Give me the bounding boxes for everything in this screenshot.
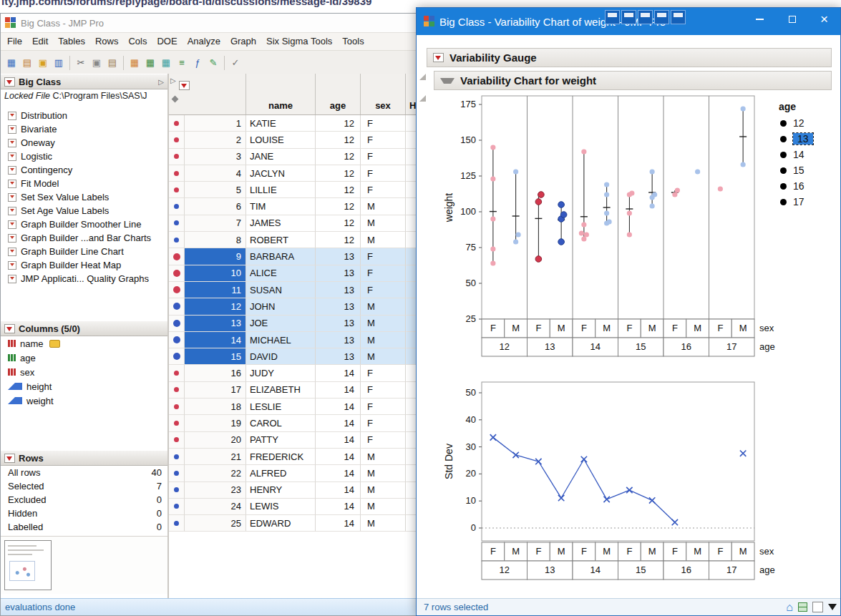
cell-age[interactable]: 13 <box>316 248 361 265</box>
cell-name[interactable]: JOHN <box>246 298 316 315</box>
floating-button-4[interactable] <box>654 10 669 24</box>
cell-age[interactable]: 12 <box>316 198 361 215</box>
row-state-cell[interactable] <box>169 232 185 248</box>
close-button[interactable]: × <box>808 8 840 31</box>
row-state-cell[interactable] <box>169 115 185 132</box>
cell-name[interactable]: PATTY <box>246 432 316 449</box>
table-row[interactable]: 12JOHN13M <box>169 298 423 315</box>
row-state-cell[interactable] <box>169 149 185 165</box>
red-triangle-menu-icon[interactable] <box>4 454 15 463</box>
cell-age[interactable]: 14 <box>316 399 361 415</box>
table-row[interactable]: 9BARBARA13F <box>169 248 423 265</box>
data-point[interactable] <box>604 210 609 215</box>
table-row[interactable]: 11SUSAN13F <box>169 282 423 298</box>
script-item-jmp-applicati-quality-graphs[interactable]: JMP Applicati... Quality Graphs <box>1 272 167 285</box>
cell-sex[interactable]: M <box>361 515 406 532</box>
cell-name[interactable]: LILLIE <box>246 182 316 198</box>
floating-button-1[interactable] <box>605 10 620 24</box>
table-row[interactable]: 7JAMES12M <box>169 215 423 232</box>
row-state-cell[interactable] <box>169 449 185 465</box>
row-number-cell[interactable]: 7 <box>185 215 246 232</box>
row-state-cell[interactable] <box>169 515 185 532</box>
data-point[interactable] <box>538 192 545 198</box>
script-item-fit-model[interactable]: Fit Model <box>1 177 167 190</box>
row-state-cell[interactable] <box>169 499 185 515</box>
table-row[interactable]: 1KATIE12F <box>169 115 423 132</box>
rows-menu-icon[interactable] <box>179 81 190 90</box>
data-point[interactable] <box>490 260 495 265</box>
cut-icon[interactable]: ✂ <box>74 56 88 70</box>
row-number-cell[interactable]: 1 <box>185 115 246 132</box>
row-state-cell[interactable] <box>169 348 185 365</box>
cell-age[interactable]: 13 <box>316 282 361 298</box>
cell-sex[interactable]: F <box>361 165 406 182</box>
script-item-graph-builder-and-bar-charts[interactable]: Graph Builder ...and Bar Charts <box>1 231 167 245</box>
summary-table-icon[interactable]: ▦ <box>143 56 157 70</box>
cell-age[interactable]: 13 <box>316 332 361 348</box>
cell-age[interactable]: 12 <box>316 132 361 148</box>
legend-item-15[interactable]: 15 <box>777 162 839 178</box>
cell-name[interactable]: JUDY <box>246 365 316 381</box>
menu-tools[interactable]: Tools <box>337 33 369 50</box>
column-item-name[interactable]: name <box>1 336 167 351</box>
grid-corner-cell[interactable]: ▷ <box>169 74 246 114</box>
row-number-cell[interactable]: 24 <box>185 499 246 515</box>
cell-sex[interactable]: F <box>361 115 406 132</box>
cell-sex[interactable]: M <box>361 198 406 215</box>
data-point[interactable] <box>560 212 567 218</box>
table-row[interactable]: 17ELIZABETH14F <box>169 382 423 399</box>
cell-sex[interactable]: M <box>361 316 406 332</box>
row-number-cell[interactable]: 21 <box>185 449 246 465</box>
row-state-cell[interactable] <box>169 332 185 348</box>
data-point[interactable] <box>741 162 746 167</box>
row-state-cell[interactable] <box>169 198 185 215</box>
data-point[interactable] <box>672 192 677 197</box>
cell-sex[interactable]: M <box>361 499 406 515</box>
row-state-cell[interactable] <box>169 316 185 332</box>
cell-sex[interactable]: M <box>361 232 406 248</box>
row-state-cell[interactable] <box>169 399 185 415</box>
table-row[interactable]: 8ROBERT12M <box>169 232 423 248</box>
table-row[interactable]: 19CAROL14F <box>169 415 423 431</box>
columns-panel-header[interactable]: Columns (5/0) <box>1 321 167 336</box>
collapse-triangle-icon[interactable] <box>419 74 426 80</box>
row-number-cell[interactable]: 20 <box>185 432 246 449</box>
cell-sex[interactable]: F <box>361 182 406 198</box>
row-number-cell[interactable]: 10 <box>185 265 246 282</box>
row-state-cell[interactable] <box>169 465 185 481</box>
cell-name[interactable]: BARBARA <box>246 248 316 265</box>
cell-age[interactable]: 14 <box>316 432 361 449</box>
row-number-cell[interactable]: 9 <box>185 248 246 265</box>
new-data-table-icon[interactable]: ▦ <box>4 56 19 70</box>
cell-name[interactable]: ROBERT <box>246 232 316 248</box>
table-row[interactable]: 21FREDERICK14M <box>169 449 423 465</box>
data-point[interactable] <box>490 145 495 150</box>
paste-icon[interactable]: ▤ <box>105 56 120 70</box>
menu-tables[interactable]: Tables <box>53 33 90 50</box>
cell-name[interactable]: EDWARD <box>246 515 316 532</box>
cell-sex[interactable]: M <box>361 215 406 232</box>
legend-item-16[interactable]: 16 <box>777 178 839 194</box>
menu-cols[interactable]: Cols <box>123 33 152 50</box>
row-state-cell[interactable] <box>169 415 185 431</box>
cell-name[interactable]: JANE <box>246 149 316 165</box>
cell-name[interactable]: ALFRED <box>246 465 316 481</box>
table-row[interactable]: 3JANE12F <box>169 149 423 165</box>
column-header-name[interactable]: name <box>246 74 316 114</box>
data-point[interactable] <box>535 256 542 263</box>
cell-name[interactable]: CAROL <box>246 415 316 431</box>
row-number-cell[interactable]: 13 <box>185 316 246 332</box>
row-number-cell[interactable]: 6 <box>185 198 246 215</box>
cell-age[interactable]: 13 <box>316 316 361 332</box>
status-dropdown-icon[interactable] <box>828 604 837 610</box>
row-state-cell[interactable] <box>169 248 185 265</box>
row-number-cell[interactable]: 11 <box>185 282 246 298</box>
grip-box[interactable] <box>812 602 823 612</box>
row-state-cell[interactable] <box>169 265 185 282</box>
data-point[interactable] <box>650 203 655 208</box>
data-point[interactable] <box>558 239 565 245</box>
data-point[interactable] <box>718 186 723 191</box>
cell-sex[interactable]: M <box>361 298 406 315</box>
script-item-distribution[interactable]: Distribution <box>1 109 167 122</box>
cell-age[interactable]: 13 <box>316 265 361 282</box>
